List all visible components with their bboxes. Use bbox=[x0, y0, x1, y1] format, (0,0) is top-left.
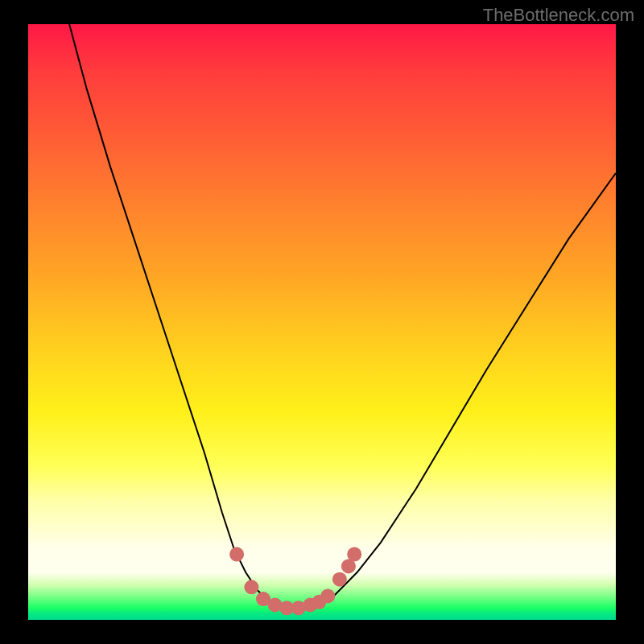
chart-plot-area bbox=[28, 24, 616, 620]
marker-group bbox=[229, 547, 361, 616]
bottleneck-curve bbox=[69, 24, 616, 608]
marker-dot bbox=[320, 588, 335, 603]
marker-dot bbox=[229, 547, 244, 562]
watermark-text: TheBottleneck.com bbox=[483, 5, 634, 26]
marker-dot bbox=[347, 547, 361, 562]
marker-dot bbox=[244, 580, 258, 594]
chart-svg bbox=[28, 24, 616, 620]
marker-dot bbox=[332, 572, 347, 587]
